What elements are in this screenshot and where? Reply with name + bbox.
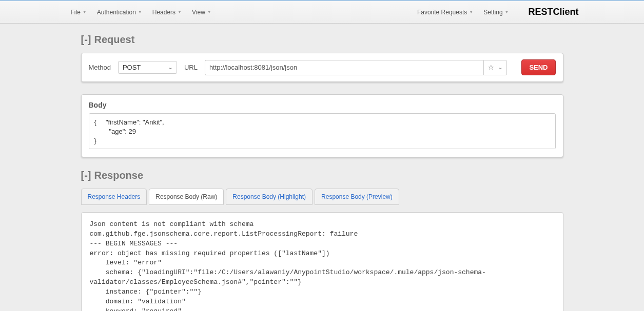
- chevron-down-icon: ▼: [178, 10, 182, 14]
- body-label: Body: [89, 101, 556, 109]
- url-label: URL: [184, 64, 198, 71]
- collapse-toggle[interactable]: [-]: [81, 170, 91, 181]
- collapse-toggle[interactable]: [-]: [81, 34, 91, 46]
- menu-setting[interactable]: Setting▼: [478, 9, 514, 16]
- menu-authentication[interactable]: Authentication▼: [92, 9, 147, 16]
- body-textarea[interactable]: [89, 113, 556, 149]
- menu-label: File: [71, 9, 81, 16]
- menu-view[interactable]: View▼: [187, 9, 217, 16]
- menu-file[interactable]: File▼: [66, 9, 92, 16]
- url-input[interactable]: [205, 60, 483, 75]
- menu-headers[interactable]: Headers▼: [147, 9, 187, 16]
- response-tabs: Response Headers Response Body (Raw) Res…: [81, 189, 563, 205]
- top-menu-bar: File▼ Authentication▼ Headers▼ View▼ Fav…: [0, 0, 644, 24]
- tab-response-body-preview[interactable]: Response Body (Preview): [315, 189, 399, 205]
- method-value: POST: [123, 64, 141, 71]
- menu-label: Favorite Requests: [417, 9, 467, 16]
- send-button[interactable]: SEND: [521, 59, 555, 75]
- menu-left-group: File▼ Authentication▼ Headers▼ View▼: [66, 9, 217, 16]
- response-body-content: Json content is not compliant with schem…: [81, 212, 563, 311]
- menu-label: Setting: [483, 9, 502, 16]
- menu-favorite-requests[interactable]: Favorite Requests▼: [412, 9, 478, 16]
- chevron-down-icon: ▼: [138, 10, 142, 14]
- tab-response-body-highlight[interactable]: Response Body (Highlight): [226, 189, 313, 205]
- request-body-panel: Body: [81, 94, 563, 157]
- tab-response-headers[interactable]: Response Headers: [81, 189, 147, 205]
- chevron-down-icon: ▼: [83, 10, 87, 14]
- chevron-down-icon: ▼: [469, 10, 473, 14]
- brand-logo: RESTClient: [528, 7, 578, 17]
- response-title: Response: [94, 170, 143, 181]
- menu-right-group: Favorite Requests▼ Setting▼ RESTClient: [412, 7, 579, 17]
- chevron-down-icon[interactable]: ⌄: [498, 65, 502, 70]
- menu-label: Authentication: [97, 9, 136, 16]
- menu-label: Headers: [152, 9, 175, 16]
- request-url-panel: Method POST ⌄ URL ☆ ⌄ SEND: [81, 53, 563, 82]
- chevron-down-icon: ▼: [505, 10, 509, 14]
- star-icon[interactable]: ☆: [488, 64, 494, 71]
- request-title: Request: [94, 34, 134, 46]
- request-section-header: [-] Request: [81, 34, 563, 46]
- method-select[interactable]: POST ⌄: [118, 61, 177, 74]
- chevron-down-icon: ▼: [207, 10, 211, 14]
- tab-response-body-raw[interactable]: Response Body (Raw): [149, 189, 224, 205]
- menu-label: View: [192, 9, 205, 16]
- response-section-header: [-] Response: [81, 170, 563, 181]
- url-extras[interactable]: ☆ ⌄: [483, 60, 507, 75]
- method-label: Method: [89, 64, 111, 71]
- chevron-down-icon: ⌄: [168, 65, 172, 70]
